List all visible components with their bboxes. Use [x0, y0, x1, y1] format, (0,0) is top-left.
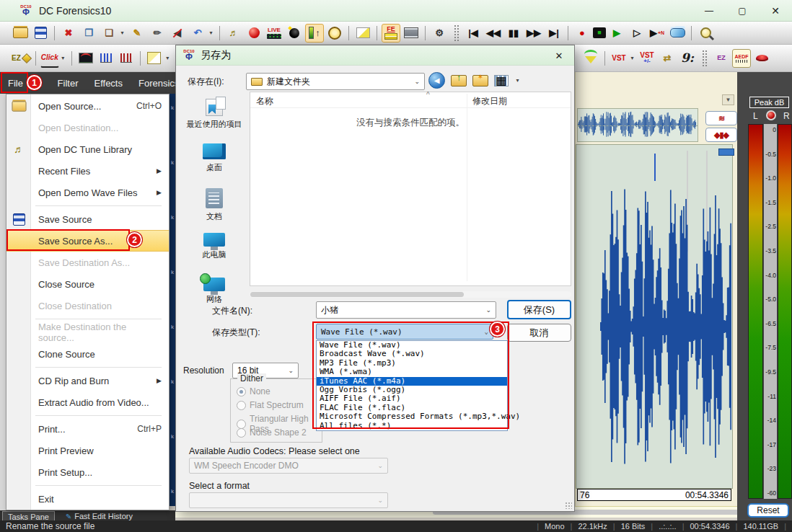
vst-edit-icon[interactable]: VST+/- — [638, 49, 656, 68]
menu-item-print-setup[interactable]: Print Setup... — [6, 461, 169, 483]
layout-split-dropdown-caret[interactable]: ▾ — [164, 55, 171, 61]
back-button[interactable]: ◀ — [428, 72, 445, 89]
place-this-pc[interactable]: 此电脑 — [203, 230, 226, 275]
menu-item-extract-audio-from-video[interactable]: Extract Audio from Video... — [6, 391, 169, 413]
menu-item-open-source[interactable]: Open Source...Ctrl+O — [6, 95, 169, 117]
zoom-slider-handle[interactable] — [718, 148, 734, 156]
undo-icon[interactable]: ↶ — [188, 24, 207, 43]
ez-wizard-icon[interactable]: EZ — [11, 49, 31, 68]
mixer-panel-icon[interactable] — [402, 24, 421, 43]
layout-split-icon[interactable] — [145, 49, 164, 68]
menu-item-save-source[interactable]: Save Source — [6, 208, 169, 230]
minimize-button[interactable]: — — [692, 0, 726, 22]
fan-analyzer-icon[interactable] — [581, 49, 600, 68]
tune-library-icon[interactable]: ♬ — [224, 24, 243, 43]
record-icon[interactable]: ● — [573, 24, 591, 43]
menu-item-print-preview[interactable]: Print Preview — [6, 440, 169, 461]
file-list[interactable]: 名称 ^ 修改日期 没有与搜索条件匹配的项。 — [250, 92, 571, 286]
play-file-icon[interactable]: ▷ — [628, 24, 646, 43]
rewind-icon[interactable]: ◀◀ — [484, 24, 503, 43]
envelope-tool-icon[interactable] — [353, 24, 372, 43]
place-documents[interactable]: 文档 — [206, 185, 223, 230]
live-meter-icon[interactable]: LIVE — [265, 24, 283, 43]
menu-item-open-demo-wave-files[interactable]: Open Demo Wave Files▶ — [6, 182, 169, 203]
waveform-main-area[interactable] — [576, 144, 733, 489]
menu-item-make-destination-the-source[interactable]: Make Destination the source... — [6, 322, 169, 343]
open-file-icon[interactable] — [11, 24, 30, 43]
stop-icon[interactable]: ■ — [593, 27, 606, 38]
settings-gear-icon[interactable]: ⚙ — [430, 24, 449, 43]
menu-item-print[interactable]: Print...Ctrl+P — [6, 418, 169, 440]
menu-item-close-source[interactable]: Close Source — [6, 273, 169, 295]
histogram-blue-icon[interactable] — [97, 49, 115, 68]
menubar-item-filter[interactable]: Filter — [50, 72, 87, 94]
new-folder-button[interactable]: ✶ — [472, 75, 488, 87]
click-removal-icon[interactable]: Click — [40, 49, 59, 68]
codec-combobox[interactable]: WM Speech Encoder DMO ⌄ — [189, 458, 388, 474]
views-button[interactable]: ▦ — [494, 75, 509, 87]
save-in-combobox[interactable]: 新建文件夹 ⌄ — [246, 73, 425, 90]
menu-item-clone-source[interactable]: Clone Source — [6, 343, 169, 365]
dialog-close-button[interactable]: ✕ — [551, 48, 567, 63]
save-button[interactable]: 保存(S) — [507, 300, 571, 319]
find-magnifier-icon[interactable] — [696, 24, 715, 43]
menu-item-recent-files[interactable]: Recent Files▶ — [6, 160, 169, 182]
up-folder-button[interactable]: ↑ — [451, 75, 467, 87]
filename-combobox[interactable]: 小猪 ⌄ — [316, 301, 496, 319]
dither-option-flat-spectrum[interactable]: Flat Spectrum — [237, 400, 304, 410]
views-dropdown-caret[interactable]: ▾ — [514, 77, 521, 84]
mute-icon[interactable]: ◀ — [168, 24, 187, 43]
maximize-button[interactable]: ▢ — [726, 0, 759, 22]
vst-plugins-icon[interactable]: VST — [610, 49, 628, 68]
play-icon[interactable]: ▶ — [607, 24, 626, 43]
place-recent-items[interactable]: 最近使用的项目 — [187, 96, 242, 141]
waveform-view-button[interactable]: ◆▮◆ — [705, 128, 737, 142]
place-desktop[interactable]: 桌面 — [203, 141, 226, 185]
fast-edit-icon[interactable]: FE — [382, 24, 400, 43]
bass-clef-icon[interactable]: 9: — [678, 49, 697, 68]
column-date-modified[interactable]: 修改日期 — [472, 95, 507, 107]
vst-plugins-dropdown-caret[interactable]: ▾ — [629, 55, 635, 61]
cancel-button[interactable]: 取消 — [507, 324, 571, 342]
click-removal-dropdown-caret[interactable]: ▾ — [60, 55, 66, 61]
close-button[interactable]: ✕ — [759, 0, 792, 22]
menu-item-close-destination[interactable]: Close Destination — [6, 295, 169, 316]
column-name[interactable]: 名称 — [256, 95, 273, 107]
chevron-down-icon[interactable]: ⌄ — [288, 367, 294, 374]
pause-icon[interactable]: ▮▮ — [504, 24, 523, 43]
play-next-icon[interactable]: ▶+N — [648, 24, 666, 43]
timer-clock-icon[interactable] — [325, 24, 344, 43]
paste-icon[interactable]: ❏ — [100, 24, 118, 43]
undo-dropdown-caret[interactable]: ▾ — [208, 30, 214, 36]
menu-item-open-dc-tune-library[interactable]: ♬Open DC Tune Library — [6, 138, 169, 160]
chevron-down-icon[interactable]: ⌄ — [485, 306, 491, 314]
declick-pencil-icon[interactable]: ✎ — [128, 24, 146, 43]
record-monitor-icon[interactable] — [245, 24, 263, 43]
swap-channels-icon[interactable]: ⇄ — [658, 49, 677, 68]
gain-up-icon[interactable]: ↑ — [305, 24, 324, 43]
ez-scales-icon[interactable]: EZ — [712, 49, 731, 68]
lips-denoise-icon[interactable] — [752, 49, 771, 68]
file-list-scrollbar-thumb[interactable] — [250, 292, 464, 297]
pencil-edit-icon[interactable]: ✏ — [148, 24, 167, 43]
menu-item-cd-rip-and-burn[interactable]: CD Rip and Burn▶ — [6, 370, 169, 391]
menubar-item-effects[interactable]: Effects — [86, 72, 131, 94]
menu-item-open-destination[interactable]: Open Destination... — [6, 117, 169, 138]
file-list-scrollbar[interactable] — [250, 291, 571, 298]
spectrum-view-icon[interactable] — [76, 49, 95, 68]
format-combobox[interactable]: ⌄ — [189, 492, 388, 508]
waveform-overview[interactable] — [577, 108, 698, 142]
cleanup-soap-icon[interactable] — [668, 24, 687, 43]
limiter-bomb-icon[interactable] — [285, 24, 304, 43]
clip-indicator-light[interactable] — [766, 110, 776, 120]
copy-icon[interactable]: ❐ — [79, 24, 98, 43]
save-file-icon[interactable] — [31, 24, 50, 43]
paste-dropdown-caret[interactable]: ▾ — [119, 30, 126, 36]
skip-start-icon[interactable]: |◀ — [464, 24, 483, 43]
menu-item-save-destination-as[interactable]: Save Destination As... — [6, 252, 169, 273]
histogram-red-icon[interactable] — [117, 49, 136, 68]
skip-end-icon[interactable]: ▶| — [545, 24, 563, 43]
dither-option-none[interactable]: None — [237, 386, 270, 396]
spectral-view-button[interactable]: ≋ — [705, 111, 737, 125]
dither-option-noise-shape-2[interactable]: Noise Shape 2 — [237, 427, 307, 438]
